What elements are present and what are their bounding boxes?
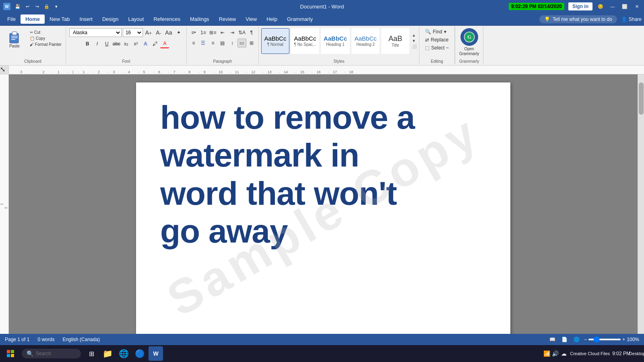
decrease-indent-button[interactable]: ⇤ xyxy=(218,28,227,37)
styles-scroll-up[interactable]: ▲ xyxy=(412,33,417,38)
grammarly-open-button[interactable]: G xyxy=(460,28,478,46)
change-case-button[interactable]: Aa xyxy=(164,28,173,37)
grow-font-button[interactable]: A+ xyxy=(144,28,153,37)
paste-button[interactable]: Paste xyxy=(2,28,27,49)
style-nospacing[interactable]: AaBbCc ¶ No Spac... xyxy=(291,28,319,54)
document-heading-line1[interactable]: how to remove a xyxy=(160,99,486,136)
numbering-button[interactable]: 1≡ xyxy=(199,28,208,37)
user-avatar[interactable]: 😊 xyxy=(597,2,605,10)
replace-button[interactable]: ⇄ Replace xyxy=(423,36,451,43)
underline-button[interactable]: U xyxy=(102,39,111,48)
align-right-button[interactable]: ≡ xyxy=(208,39,217,47)
multilevel-button[interactable]: ⊞≡ xyxy=(208,28,217,37)
document-heading-line4[interactable]: go away xyxy=(160,212,486,250)
right-scrollbar[interactable] xyxy=(638,74,644,334)
select-button[interactable]: ⬚ Select ~ xyxy=(423,44,451,51)
menu-mailings[interactable]: Mailings xyxy=(185,14,214,24)
word-taskbar-icon[interactable]: W xyxy=(149,346,163,361)
content-area: 123 456 789 101112 131415 1617 Sample Co… xyxy=(0,74,644,334)
show-desktop-button[interactable]: Desktop xyxy=(633,349,642,358)
menu-design[interactable]: Design xyxy=(97,14,123,24)
zoom-minus[interactable]: − xyxy=(584,337,587,342)
network-icon[interactable]: 📶 xyxy=(543,350,550,357)
customize-icon[interactable]: ▾ xyxy=(52,2,60,10)
creative-cloud-label: Creative Cloud Files xyxy=(570,351,610,356)
zoom-slider[interactable] xyxy=(588,339,621,340)
show-formatting-button[interactable]: ¶ xyxy=(247,28,256,37)
style-normal[interactable]: AaBbCc ¶ Normal xyxy=(261,28,289,54)
bullets-button[interactable]: ≡• xyxy=(189,28,198,37)
font-name-select[interactable]: Alaska xyxy=(69,28,122,37)
menu-home[interactable]: Home xyxy=(21,14,45,24)
document-page[interactable]: Sample Copy how to remove a watermark in… xyxy=(136,82,510,334)
sign-in-button[interactable]: Sign in xyxy=(568,2,592,10)
taskbar-search-input[interactable] xyxy=(36,351,76,356)
document-heading-line3[interactable]: word that won't xyxy=(160,175,486,212)
font-size-select[interactable]: 16 xyxy=(123,28,143,37)
start-button[interactable] xyxy=(2,346,19,362)
menu-view[interactable]: View xyxy=(241,14,262,24)
subscript-button[interactable]: x₂ xyxy=(122,39,130,48)
share-button[interactable]: 👤 Share xyxy=(621,16,642,22)
menu-insert[interactable]: Insert xyxy=(74,14,97,24)
save-button[interactable]: 💾 xyxy=(14,2,22,10)
page-content[interactable]: how to remove a watermark in word that w… xyxy=(136,82,510,266)
styles-expand[interactable]: ⬜ xyxy=(412,44,417,49)
align-left-button[interactable]: ≡ xyxy=(189,39,198,47)
sort-button[interactable]: ⇅A xyxy=(237,28,246,37)
bold-button[interactable]: B xyxy=(83,39,92,48)
superscript-button[interactable]: x² xyxy=(131,39,140,48)
style-heading2[interactable]: AaBbCc Heading 2 xyxy=(351,28,380,54)
scrollbar-thumb[interactable] xyxy=(639,82,644,115)
file-explorer-icon[interactable]: 📁 xyxy=(100,346,115,361)
text-effects-button[interactable]: A xyxy=(141,39,150,48)
menu-references[interactable]: References xyxy=(149,14,185,24)
menu-help[interactable]: Help xyxy=(262,14,282,24)
document-heading-line2[interactable]: watermark in xyxy=(160,136,486,174)
justify-button[interactable]: ▤ xyxy=(218,39,227,47)
creative-cloud-icon[interactable]: ☁ xyxy=(561,350,567,357)
clear-format-button[interactable]: ✦ xyxy=(174,28,183,37)
style-title[interactable]: AaB Title xyxy=(381,28,409,54)
copy-button[interactable]: 📋 Copy xyxy=(28,36,63,41)
read-mode-button[interactable]: 📖 xyxy=(548,335,557,344)
align-center-button[interactable]: ☰ xyxy=(199,39,208,47)
volume-icon[interactable]: 🔊 xyxy=(552,350,559,357)
page-container[interactable]: Sample Copy how to remove a watermark in… xyxy=(9,74,638,334)
menu-newtab[interactable]: New Tab xyxy=(45,14,74,24)
style-heading1[interactable]: AaBbCc Heading 1 xyxy=(321,28,350,54)
find-button[interactable]: 🔍 Find ▾ xyxy=(423,28,451,35)
strikethrough-button[interactable]: abc xyxy=(112,39,121,48)
taskbar-search[interactable]: 🔍 xyxy=(22,349,81,358)
font-color-button[interactable]: A xyxy=(160,39,169,48)
styles-scroll-down[interactable]: ▼ xyxy=(412,38,417,44)
shading-button[interactable]: ▭ xyxy=(237,39,246,47)
web-layout-button[interactable]: 🌐 xyxy=(572,335,581,344)
tell-me-input[interactable]: 💡 Tell me what you want to do xyxy=(539,15,617,23)
edge-icon[interactable]: 🌐 xyxy=(116,346,131,361)
cut-button[interactable]: ✂ Cut xyxy=(28,30,63,35)
menu-review[interactable]: Review xyxy=(214,14,241,24)
shrink-font-button[interactable]: A- xyxy=(154,28,163,37)
styles-group-label: Styles xyxy=(259,59,419,64)
zoom-plus[interactable]: + xyxy=(622,337,625,342)
chrome-icon[interactable]: 🔵 xyxy=(132,346,147,361)
zoom-level: 100% xyxy=(627,337,639,342)
print-layout-button[interactable]: 📄 xyxy=(560,335,569,344)
undo-button[interactable]: ↩ xyxy=(23,2,31,10)
italic-button[interactable]: I xyxy=(93,39,101,48)
text-highlight-button[interactable]: 🖍 xyxy=(151,39,159,48)
redo-button[interactable]: ↪ xyxy=(33,2,41,10)
minimize-button[interactable]: — xyxy=(609,2,617,10)
borders-button[interactable]: ⊞ xyxy=(247,39,256,47)
increase-indent-button[interactable]: ⇥ xyxy=(228,28,237,37)
menu-grammarly[interactable]: Grammarly xyxy=(282,14,318,24)
close-button[interactable]: ✕ xyxy=(633,2,641,10)
menu-file[interactable]: File xyxy=(2,14,21,24)
menu-layout[interactable]: Layout xyxy=(123,14,149,24)
restore-button[interactable]: ⬜ xyxy=(621,2,629,10)
format-painter-button[interactable]: 🖌 Format Painter xyxy=(28,42,63,47)
task-view-button[interactable]: ⊞ xyxy=(84,346,99,361)
line-spacing-button[interactable]: ↕ xyxy=(228,39,237,47)
ruler-corner[interactable]: ⤡ xyxy=(0,66,9,74)
